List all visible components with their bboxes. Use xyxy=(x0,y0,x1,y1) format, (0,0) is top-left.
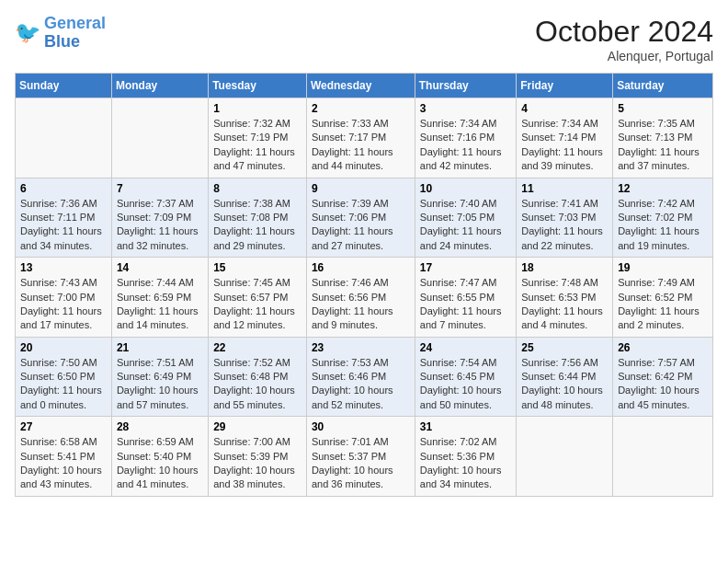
calendar-cell: 14Sunrise: 7:44 AMSunset: 6:59 PMDayligh… xyxy=(111,258,208,338)
day-number: 11 xyxy=(521,182,608,195)
day-info: Sunrise: 7:42 AMSunset: 7:02 PMDaylight:… xyxy=(618,197,708,254)
calendar-cell: 17Sunrise: 7:47 AMSunset: 6:55 PMDayligh… xyxy=(415,258,516,338)
day-info: Sunrise: 6:59 AMSunset: 5:40 PMDaylight:… xyxy=(117,435,203,492)
day-info: Sunrise: 7:35 AMSunset: 7:13 PMDaylight:… xyxy=(618,117,708,174)
calendar-cell: 25Sunrise: 7:56 AMSunset: 6:44 PMDayligh… xyxy=(517,337,613,417)
day-number: 9 xyxy=(312,182,410,195)
day-info: Sunrise: 7:50 AMSunset: 6:50 PMDaylight:… xyxy=(20,356,107,413)
day-number: 13 xyxy=(20,261,107,274)
title-section: October 2024 Alenquer, Portugal xyxy=(535,15,713,63)
calendar-cell: 10Sunrise: 7:40 AMSunset: 7:05 PMDayligh… xyxy=(415,178,516,258)
day-info: Sunrise: 7:38 AMSunset: 7:08 PMDaylight:… xyxy=(213,197,301,254)
calendar-week-row: 27Sunrise: 6:58 AMSunset: 5:41 PMDayligh… xyxy=(16,417,713,497)
calendar-cell: 31Sunrise: 7:02 AMSunset: 5:36 PMDayligh… xyxy=(415,417,516,497)
day-info: Sunrise: 7:00 AMSunset: 5:39 PMDaylight:… xyxy=(213,435,301,492)
logo-icon: 🐦 xyxy=(15,20,40,46)
day-number: 28 xyxy=(117,420,203,433)
day-info: Sunrise: 7:36 AMSunset: 7:11 PMDaylight:… xyxy=(20,197,107,254)
calendar-cell: 27Sunrise: 6:58 AMSunset: 5:41 PMDayligh… xyxy=(16,417,112,497)
page-header: 🐦 General Blue October 2024 Alenquer, Po… xyxy=(15,15,713,63)
day-number: 17 xyxy=(420,261,511,274)
col-header-friday: Friday xyxy=(517,74,613,98)
day-number: 19 xyxy=(618,261,708,274)
day-number: 4 xyxy=(521,102,608,115)
day-info: Sunrise: 7:49 AMSunset: 6:52 PMDaylight:… xyxy=(618,276,708,333)
day-info: Sunrise: 7:33 AMSunset: 7:17 PMDaylight:… xyxy=(312,117,410,174)
day-info: Sunrise: 7:54 AMSunset: 6:45 PMDaylight:… xyxy=(420,356,511,413)
day-number: 10 xyxy=(420,182,511,195)
day-info: Sunrise: 7:44 AMSunset: 6:59 PMDaylight:… xyxy=(117,276,203,333)
calendar-cell: 24Sunrise: 7:54 AMSunset: 6:45 PMDayligh… xyxy=(415,337,516,417)
col-header-monday: Monday xyxy=(111,74,208,98)
calendar-cell: 1Sunrise: 7:32 AMSunset: 7:19 PMDaylight… xyxy=(209,98,307,178)
day-number: 25 xyxy=(521,341,608,354)
day-info: Sunrise: 7:01 AMSunset: 5:37 PMDaylight:… xyxy=(312,435,410,492)
day-number: 2 xyxy=(312,102,410,115)
day-number: 24 xyxy=(420,341,511,354)
calendar-cell: 4Sunrise: 7:34 AMSunset: 7:14 PMDaylight… xyxy=(517,98,613,178)
logo: 🐦 General Blue xyxy=(15,15,106,52)
day-info: Sunrise: 6:58 AMSunset: 5:41 PMDaylight:… xyxy=(20,435,107,492)
day-number: 27 xyxy=(20,420,107,433)
day-number: 23 xyxy=(312,341,410,354)
calendar-cell: 23Sunrise: 7:53 AMSunset: 6:46 PMDayligh… xyxy=(306,337,415,417)
calendar-cell: 29Sunrise: 7:00 AMSunset: 5:39 PMDayligh… xyxy=(209,417,307,497)
calendar-cell: 13Sunrise: 7:43 AMSunset: 7:00 PMDayligh… xyxy=(16,258,112,338)
day-number: 8 xyxy=(213,182,301,195)
calendar-week-row: 6Sunrise: 7:36 AMSunset: 7:11 PMDaylight… xyxy=(16,178,713,258)
day-number: 18 xyxy=(521,261,608,274)
calendar-cell: 28Sunrise: 6:59 AMSunset: 5:40 PMDayligh… xyxy=(111,417,208,497)
calendar-cell: 15Sunrise: 7:45 AMSunset: 6:57 PMDayligh… xyxy=(209,258,307,338)
day-info: Sunrise: 7:56 AMSunset: 6:44 PMDaylight:… xyxy=(521,356,608,413)
calendar-cell xyxy=(16,98,112,178)
day-info: Sunrise: 7:32 AMSunset: 7:19 PMDaylight:… xyxy=(213,117,301,174)
day-info: Sunrise: 7:34 AMSunset: 7:14 PMDaylight:… xyxy=(521,117,608,174)
day-info: Sunrise: 7:37 AMSunset: 7:09 PMDaylight:… xyxy=(117,197,203,254)
day-info: Sunrise: 7:39 AMSunset: 7:06 PMDaylight:… xyxy=(312,197,410,254)
calendar-cell: 20Sunrise: 7:50 AMSunset: 6:50 PMDayligh… xyxy=(16,337,112,417)
day-info: Sunrise: 7:53 AMSunset: 6:46 PMDaylight:… xyxy=(312,356,410,413)
calendar-week-row: 20Sunrise: 7:50 AMSunset: 6:50 PMDayligh… xyxy=(16,337,713,417)
day-info: Sunrise: 7:43 AMSunset: 7:00 PMDaylight:… xyxy=(20,276,107,333)
calendar-table: SundayMondayTuesdayWednesdayThursdayFrid… xyxy=(15,73,713,497)
calendar-cell: 5Sunrise: 7:35 AMSunset: 7:13 PMDaylight… xyxy=(613,98,713,178)
calendar-cell: 18Sunrise: 7:48 AMSunset: 6:53 PMDayligh… xyxy=(517,258,613,338)
day-number: 7 xyxy=(117,182,203,195)
day-number: 6 xyxy=(20,182,107,195)
logo-text: General Blue xyxy=(44,15,106,52)
day-info: Sunrise: 7:45 AMSunset: 6:57 PMDaylight:… xyxy=(213,276,301,333)
day-number: 26 xyxy=(618,341,708,354)
calendar-cell: 12Sunrise: 7:42 AMSunset: 7:02 PMDayligh… xyxy=(613,178,713,258)
col-header-sunday: Sunday xyxy=(16,74,112,98)
day-number: 20 xyxy=(20,341,107,354)
calendar-cell: 11Sunrise: 7:41 AMSunset: 7:03 PMDayligh… xyxy=(517,178,613,258)
calendar-header-row: SundayMondayTuesdayWednesdayThursdayFrid… xyxy=(16,74,713,98)
calendar-cell: 21Sunrise: 7:51 AMSunset: 6:49 PMDayligh… xyxy=(111,337,208,417)
day-info: Sunrise: 7:57 AMSunset: 6:42 PMDaylight:… xyxy=(618,356,708,413)
col-header-thursday: Thursday xyxy=(415,74,516,98)
month-title: October 2024 xyxy=(535,15,713,49)
day-info: Sunrise: 7:46 AMSunset: 6:56 PMDaylight:… xyxy=(312,276,410,333)
day-info: Sunrise: 7:40 AMSunset: 7:05 PMDaylight:… xyxy=(420,197,511,254)
location-subtitle: Alenquer, Portugal xyxy=(535,49,713,63)
svg-text:🐦: 🐦 xyxy=(15,20,40,45)
day-info: Sunrise: 7:51 AMSunset: 6:49 PMDaylight:… xyxy=(117,356,203,413)
calendar-cell: 6Sunrise: 7:36 AMSunset: 7:11 PMDaylight… xyxy=(16,178,112,258)
day-number: 12 xyxy=(618,182,708,195)
calendar-cell: 19Sunrise: 7:49 AMSunset: 6:52 PMDayligh… xyxy=(613,258,713,338)
day-number: 30 xyxy=(312,420,410,433)
calendar-cell: 9Sunrise: 7:39 AMSunset: 7:06 PMDaylight… xyxy=(306,178,415,258)
day-number: 14 xyxy=(117,261,203,274)
calendar-cell: 3Sunrise: 7:34 AMSunset: 7:16 PMDaylight… xyxy=(415,98,516,178)
col-header-tuesday: Tuesday xyxy=(209,74,307,98)
calendar-cell: 30Sunrise: 7:01 AMSunset: 5:37 PMDayligh… xyxy=(306,417,415,497)
calendar-cell: 8Sunrise: 7:38 AMSunset: 7:08 PMDaylight… xyxy=(209,178,307,258)
calendar-cell xyxy=(111,98,208,178)
day-info: Sunrise: 7:02 AMSunset: 5:36 PMDaylight:… xyxy=(420,435,511,492)
day-number: 15 xyxy=(213,261,301,274)
calendar-cell xyxy=(517,417,613,497)
col-header-saturday: Saturday xyxy=(613,74,713,98)
day-number: 16 xyxy=(312,261,410,274)
calendar-cell xyxy=(613,417,713,497)
day-number: 21 xyxy=(117,341,203,354)
